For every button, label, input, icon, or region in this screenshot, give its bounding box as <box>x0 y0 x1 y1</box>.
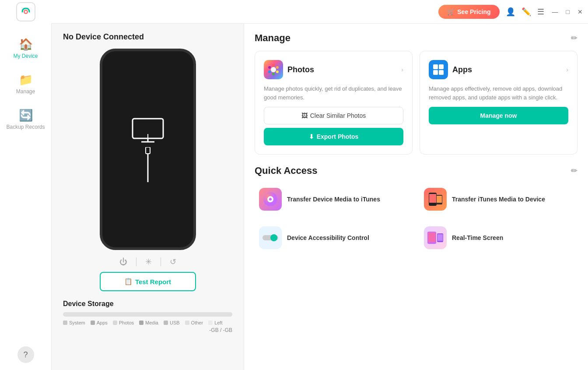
photos-card: Photos › Manage photos quickly, get rid … <box>255 51 413 155</box>
qa-accessibility-label: Device Accessibility Control <box>287 234 369 242</box>
storage-size: -GB / -GB <box>63 327 232 333</box>
close-button[interactable]: ✕ <box>578 8 583 15</box>
svg-point-22 <box>269 198 272 201</box>
export-photos-button[interactable]: ⬇ Export Photos <box>264 128 403 145</box>
legend-usb: USB <box>164 320 180 325</box>
photos-card-chevron[interactable]: › <box>401 66 403 73</box>
sidebar-item-backup-records[interactable]: 🔄 Backup Records <box>0 102 51 137</box>
photos-card-actions: 🖼 Clear Similar Photos ⬇ Export Photos <box>264 107 403 145</box>
photos-card-header: Photos › <box>264 60 403 79</box>
qa-transfer-to-itunes-label: Transfer Device Media to iTunes <box>287 195 380 203</box>
help-button[interactable]: ? <box>18 346 34 363</box>
legend-system-dot <box>63 321 67 325</box>
svg-point-11 <box>276 66 279 69</box>
phone-notch <box>133 51 163 61</box>
test-report-icon: 📋 <box>124 278 133 285</box>
help-icon: ? <box>23 350 28 359</box>
apps-title-row: Apps <box>429 60 472 79</box>
legend-photos-label: Photos <box>119 320 134 325</box>
quick-access-title: Quick Access <box>255 165 318 176</box>
svg-rect-26 <box>437 196 442 203</box>
svg-rect-30 <box>428 233 436 242</box>
music-icon <box>259 188 282 211</box>
qa-transfer-to-itunes[interactable]: Transfer Device Media to iTunes <box>255 183 413 215</box>
svg-rect-17 <box>439 64 444 69</box>
legend-system: System <box>63 320 85 325</box>
export-photos-icon: ⬇ <box>309 133 314 140</box>
titlebar-actions: 🛒 See Pricing 👤 ✏️ ☰ — □ ✕ <box>438 5 583 19</box>
maximize-button[interactable]: □ <box>566 8 570 15</box>
test-report-button[interactable]: 📋 Test Report <box>100 272 196 291</box>
svg-point-12 <box>276 70 279 73</box>
sidebar-item-backup-label: Backup Records <box>6 124 45 130</box>
qa-realtime-screen[interactable]: Real-Time Screen <box>420 222 578 254</box>
manage-now-label: Manage now <box>480 112 517 119</box>
apps-card-chevron[interactable]: › <box>566 66 568 73</box>
legend-left: Left <box>208 320 222 325</box>
power-icon[interactable]: ⏻ <box>119 257 127 267</box>
svg-point-13 <box>272 73 275 75</box>
clear-similar-photos-button[interactable]: 🖼 Clear Similar Photos <box>264 107 403 124</box>
screen-icon <box>424 226 447 249</box>
sidebar-item-my-device[interactable]: 🏠 My Device <box>0 31 51 66</box>
folder-icon: 📁 <box>19 73 33 87</box>
svg-point-9 <box>271 67 276 72</box>
legend-other: Other <box>185 320 203 325</box>
storage-bar <box>63 312 232 317</box>
device-status-title: No Device Connected <box>59 32 144 42</box>
menu-icon[interactable]: ☰ <box>537 7 544 17</box>
clear-photos-icon: 🖼 <box>301 112 308 119</box>
quick-access-edit-icon[interactable]: ✏ <box>571 166 578 176</box>
legend-usb-dot <box>164 321 168 325</box>
divider <box>136 257 136 266</box>
legend-other-dot <box>185 321 189 325</box>
app-logo <box>0 0 52 24</box>
see-pricing-button[interactable]: 🛒 See Pricing <box>438 5 499 19</box>
qa-transfer-to-device[interactable]: Transfer iTunes Media to Device <box>420 183 578 215</box>
device-storage-section: Device Storage System Apps Photo <box>59 300 237 333</box>
photos-card-desc: Manage photos quickly, get rid of duplic… <box>264 85 403 102</box>
user-icon[interactable]: 👤 <box>506 7 515 17</box>
apps-card-title: Apps <box>452 65 472 74</box>
manage-edit-icon[interactable]: ✏ <box>571 33 578 43</box>
svg-rect-18 <box>433 70 438 75</box>
svg-rect-24 <box>429 194 436 203</box>
apps-card-actions: Manage now <box>429 107 568 124</box>
pricing-label: See Pricing <box>457 8 490 15</box>
legend-left-label: Left <box>214 320 222 325</box>
svg-rect-7 <box>146 147 150 154</box>
legend-media-dot <box>139 321 144 325</box>
sidebar-item-manage[interactable]: 📁 Manage <box>0 66 51 102</box>
legend-other-label: Other <box>191 320 203 325</box>
legend-photos-dot <box>113 321 117 325</box>
legend-apps-dot <box>91 321 95 325</box>
apps-card: Apps › Manage apps effectively, remove o… <box>420 51 578 155</box>
refresh-icon[interactable]: ✳ <box>145 257 152 267</box>
manage-now-button[interactable]: Manage now <box>429 107 568 124</box>
logo-icon <box>16 2 35 21</box>
minimize-button[interactable]: — <box>552 8 558 15</box>
titlebar: 🛒 See Pricing 👤 ✏️ ☰ — □ ✕ <box>0 0 588 24</box>
svg-point-28 <box>270 234 277 241</box>
svg-rect-32 <box>438 234 443 241</box>
edit-icon[interactable]: ✏️ <box>522 7 531 17</box>
svg-point-15 <box>268 66 271 69</box>
quick-access-section-header: Quick Access ✏ <box>255 165 578 176</box>
export-photos-label: Export Photos <box>317 133 359 140</box>
rotate-icon[interactable]: ↺ <box>170 257 176 267</box>
accessibility-icon <box>259 226 282 249</box>
apps-card-icon <box>429 60 448 79</box>
legend-media: Media <box>139 320 158 325</box>
qa-accessibility[interactable]: Device Accessibility Control <box>255 222 413 254</box>
legend-media-label: Media <box>145 320 158 325</box>
main-panel: Manage ✏ <box>244 24 588 370</box>
test-report-label: Test Report <box>135 278 171 285</box>
legend-system-label: System <box>69 320 85 325</box>
clear-photos-label: Clear Similar Photos <box>310 112 366 119</box>
legend-apps: Apps <box>91 320 108 325</box>
svg-point-14 <box>268 70 271 73</box>
manage-cards-row: Photos › Manage photos quickly, get rid … <box>255 51 578 155</box>
svg-point-2 <box>25 11 27 13</box>
device-panel: No Device Connected <box>52 24 244 370</box>
app-body: 🏠 My Device 📁 Manage 🔄 Backup Records ? … <box>0 24 588 370</box>
